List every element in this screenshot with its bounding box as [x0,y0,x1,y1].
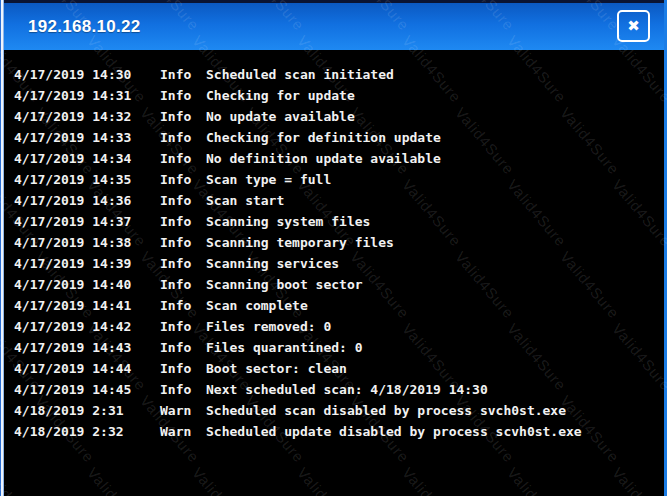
log-row: 4/17/2019 14:45InfoNext scheduled scan: … [14,379,664,400]
log-row: 4/17/2019 14:34InfoNo definition update … [14,148,664,169]
log-level: Info [160,172,206,187]
log-message: No update available [206,109,664,124]
log-message: Boot sector: clean [206,361,664,376]
close-button[interactable]: ✖ [617,10,650,42]
log-timestamp: 4/17/2019 14:45 [14,382,160,397]
log-row: 4/17/2019 14:40InfoScanning boot sector [14,274,664,295]
log-message: Scanning boot sector [206,277,664,292]
log-message: Files removed: 0 [206,319,664,334]
log-level: Info [160,214,206,229]
log-timestamp: 4/17/2019 14:41 [14,298,160,313]
window-left-border [0,0,4,496]
log-message: Scanning system files [206,214,664,229]
log-row: 4/17/2019 14:38InfoScanning temporary fi… [14,232,664,253]
log-message: Scan start [206,193,664,208]
log-row: 4/17/2019 14:31InfoChecking for update [14,85,664,106]
log-viewer-window: 192.168.10.22 ✖ 4/17/2019 14:30InfoSched… [0,0,667,496]
log-level: Info [160,151,206,166]
log-level: Warn [160,403,206,418]
log-level: Info [160,67,206,82]
log-timestamp: 4/17/2019 14:43 [14,340,160,355]
window-title: 192.168.10.22 [0,17,141,37]
log-level: Info [160,193,206,208]
log-message: Scheduled scan disabled by process svch0… [206,403,664,418]
log-level: Info [160,298,206,313]
log-message: Scanning temporary files [206,235,664,250]
log-timestamp: 4/17/2019 14:30 [14,67,160,82]
log-timestamp: 4/17/2019 14:35 [14,172,160,187]
log-timestamp: 4/17/2019 14:31 [14,88,160,103]
log-message: Next scheduled scan: 4/18/2019 14:30 [206,382,664,397]
log-timestamp: 4/17/2019 14:40 [14,277,160,292]
log-message: Scanning services [206,256,664,271]
log-timestamp: 4/17/2019 14:42 [14,319,160,334]
log-timestamp: 4/17/2019 14:44 [14,361,160,376]
log-row: 4/17/2019 14:41InfoScan complete [14,295,664,316]
log-row: 4/17/2019 14:30InfoScheduled scan initia… [14,64,664,85]
log-row: 4/17/2019 14:37InfoScanning system files [14,211,664,232]
log-row: 4/17/2019 14:39InfoScanning services [14,253,664,274]
log-message: Scheduled scan initiated [206,67,664,82]
log-level: Info [160,109,206,124]
log-row: 4/18/2019 2:31WarnScheduled scan disable… [14,400,664,421]
log-level: Info [160,256,206,271]
log-message: Checking for update [206,88,664,103]
log-timestamp: 4/17/2019 14:34 [14,151,160,166]
log-row: 4/17/2019 14:33InfoChecking for definiti… [14,127,664,148]
log-timestamp: 4/17/2019 14:32 [14,109,160,124]
log-row: 4/17/2019 14:43InfoFiles quarantined: 0 [14,337,664,358]
log-message: Files quarantined: 0 [206,340,664,355]
log-timestamp: 4/18/2019 2:32 [14,424,160,439]
log-level: Info [160,382,206,397]
log-message: Checking for definition update [206,130,664,145]
log-message: Scan complete [206,298,664,313]
log-row: 4/17/2019 14:42InfoFiles removed: 0 [14,316,664,337]
log-timestamp: 4/17/2019 14:36 [14,193,160,208]
log-timestamp: 4/17/2019 14:37 [14,214,160,229]
window-top-edge [0,0,667,3]
log-level: Info [160,235,206,250]
log-timestamp: 4/17/2019 14:33 [14,130,160,145]
log-level: Info [160,361,206,376]
log-timestamp: 4/18/2019 2:31 [14,403,160,418]
log-row: 4/17/2019 14:44InfoBoot sector: clean [14,358,664,379]
titlebar: 192.168.10.22 ✖ [0,3,667,50]
log-level: Info [160,340,206,355]
log-level: Info [160,277,206,292]
log-level: Warn [160,424,206,439]
log-message: No definition update available [206,151,664,166]
log-list: 4/17/2019 14:30InfoScheduled scan initia… [4,50,664,496]
close-icon: ✖ [627,19,640,34]
log-message: Scan type = full [206,172,664,187]
log-row: 4/17/2019 14:32InfoNo update available [14,106,664,127]
log-row: 4/17/2019 14:36InfoScan start [14,190,664,211]
log-timestamp: 4/17/2019 14:39 [14,256,160,271]
log-timestamp: 4/17/2019 14:38 [14,235,160,250]
log-row: 4/18/2019 2:32WarnScheduled update disab… [14,421,664,442]
log-level: Info [160,88,206,103]
log-level: Info [160,130,206,145]
log-level: Info [160,319,206,334]
log-message: Scheduled update disabled by process scv… [206,424,664,439]
log-row: 4/17/2019 14:35InfoScan type = full [14,169,664,190]
